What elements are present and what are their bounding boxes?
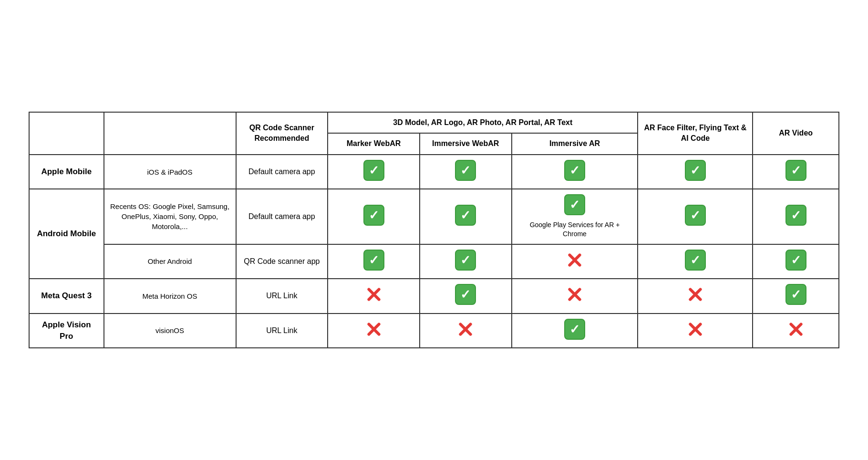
header-video: AR Video <box>753 112 839 155</box>
cell-marker <box>328 314 420 348</box>
cell-os: Meta Horizon OS <box>104 279 236 313</box>
check-icon <box>363 205 384 226</box>
cross-icon <box>363 319 384 340</box>
cell-immersive-ar <box>512 244 638 279</box>
cell-immersive-ar-subtext: Google Play Services for AR + Chrome <box>518 220 632 239</box>
cell-face <box>638 244 753 279</box>
cell-face <box>638 155 753 189</box>
table-row: Meta Quest 3Meta Horizon OSURL Link <box>29 279 839 313</box>
cell-immersive-ar <box>512 155 638 189</box>
table-row: Android MobileRecents OS: Google Pixel, … <box>29 189 839 244</box>
cell-face <box>638 279 753 313</box>
cell-marker <box>328 279 420 313</box>
check-icon <box>685 160 706 181</box>
cell-device: Meta Quest 3 <box>29 279 104 313</box>
check-icon <box>564 319 585 340</box>
cell-os: visionOS <box>104 314 236 348</box>
cross-icon <box>564 284 585 305</box>
cell-qr: URL Link <box>236 314 328 348</box>
check-icon <box>455 205 476 226</box>
check-icon <box>455 160 476 181</box>
check-icon <box>785 250 806 271</box>
cell-immersive-webar <box>420 155 512 189</box>
compatibility-table-wrapper: QR Code Scanner Recommended 3D Model, AR… <box>29 112 839 348</box>
cell-device: Apple Vision Pro <box>29 314 104 348</box>
cell-os: Recents OS: Google Pixel, Samsung, OnePl… <box>104 189 236 244</box>
check-icon <box>363 250 384 271</box>
cell-qr: Default camera app <box>236 189 328 244</box>
table-row: Apple MobileiOS & iPadOSDefault camera a… <box>29 155 839 189</box>
header-immersive-ar: Immersive AR <box>512 133 638 154</box>
check-icon <box>785 205 806 226</box>
cell-os: Other Android <box>104 244 236 279</box>
cell-device: Apple Mobile <box>29 155 104 189</box>
cell-qr: Default camera app <box>236 155 328 189</box>
cross-icon <box>685 319 706 340</box>
cell-marker <box>328 189 420 244</box>
cross-icon <box>363 284 384 305</box>
header-group-3d: 3D Model, AR Logo, AR Photo, AR Portal, … <box>328 112 638 133</box>
check-icon <box>455 284 476 305</box>
check-icon <box>785 160 806 181</box>
cell-immersive-ar <box>512 314 638 348</box>
header-marker: Marker WebAR <box>328 133 420 154</box>
cell-video <box>753 279 839 313</box>
check-icon <box>564 194 585 215</box>
header-immersive-webar: Immersive WebAR <box>420 133 512 154</box>
cell-video <box>753 189 839 244</box>
table-row: Apple Vision ProvisionOSURL Link <box>29 314 839 348</box>
compatibility-table: QR Code Scanner Recommended 3D Model, AR… <box>29 112 839 348</box>
cell-video <box>753 155 839 189</box>
cell-qr: QR Code scanner app <box>236 244 328 279</box>
check-icon <box>455 250 476 271</box>
check-icon <box>363 160 384 181</box>
header-os-empty <box>104 112 236 155</box>
check-icon <box>564 160 585 181</box>
cell-qr: URL Link <box>236 279 328 313</box>
check-icon <box>785 284 806 305</box>
cell-marker <box>328 155 420 189</box>
cell-face <box>638 189 753 244</box>
cell-video <box>753 244 839 279</box>
cell-immersive-webar <box>420 279 512 313</box>
header-qr: QR Code Scanner Recommended <box>236 112 328 155</box>
cell-immersive-ar <box>512 279 638 313</box>
cell-os: iOS & iPadOS <box>104 155 236 189</box>
check-icon <box>685 205 706 226</box>
cell-immersive-webar <box>420 244 512 279</box>
cross-icon <box>564 250 585 271</box>
cross-icon <box>685 284 706 305</box>
cell-marker <box>328 244 420 279</box>
cross-icon <box>455 319 476 340</box>
cell-video <box>753 314 839 348</box>
cell-immersive-webar <box>420 314 512 348</box>
cell-device: Android Mobile <box>29 189 104 279</box>
header-device-empty <box>29 112 104 155</box>
table-row: Other AndroidQR Code scanner app <box>29 244 839 279</box>
check-icon <box>685 250 706 271</box>
header-face: AR Face Filter, Flying Text & AI Code <box>638 112 753 155</box>
cell-immersive-ar: Google Play Services for AR + Chrome <box>512 189 638 244</box>
cross-icon <box>785 319 806 340</box>
cell-face <box>638 314 753 348</box>
cell-immersive-webar <box>420 189 512 244</box>
